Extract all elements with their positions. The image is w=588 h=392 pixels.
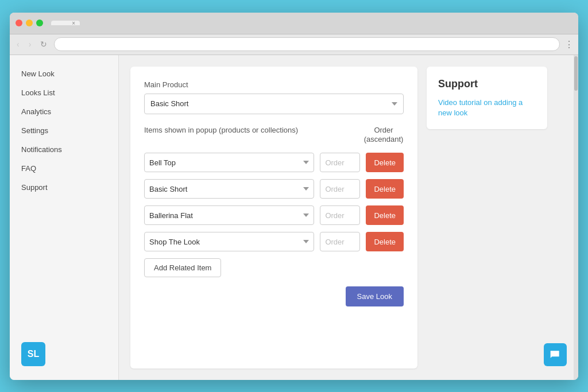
scroll-thumb bbox=[574, 56, 578, 91]
tab-close-button[interactable]: × bbox=[72, 20, 75, 26]
refresh-button[interactable]: ↻ bbox=[38, 38, 49, 50]
forward-button[interactable]: › bbox=[26, 38, 34, 50]
back-button[interactable]: ‹ bbox=[14, 38, 22, 50]
item-select-2[interactable]: Bell Top Basic Short Ballerina Flat Shop… bbox=[144, 179, 314, 199]
order-input-3[interactable] bbox=[320, 205, 360, 225]
traffic-light-green[interactable] bbox=[36, 20, 43, 26]
order-column-label: Order (ascendant) bbox=[363, 126, 404, 145]
order-input-2[interactable] bbox=[320, 179, 360, 199]
browser-body-wrapper: New Look Looks List Analytics Settings N… bbox=[10, 55, 578, 380]
item-row: Bell Top Basic Short Ballerina Flat Shop… bbox=[144, 179, 404, 199]
scroll-track[interactable] bbox=[574, 55, 578, 380]
add-related-item-button[interactable]: Add Related Item bbox=[144, 258, 221, 277]
item-row: Bell Top Basic Short Ballerina Flat Shop… bbox=[144, 232, 404, 251]
chat-icon bbox=[550, 349, 561, 360]
tab-area: × bbox=[51, 21, 572, 25]
delete-button-2[interactable]: Delete bbox=[366, 179, 404, 199]
main-content: Main Product Basic Short Bell Top Baller… bbox=[119, 55, 574, 380]
save-row: Save Look bbox=[144, 286, 404, 306]
delete-button-3[interactable]: Delete bbox=[366, 205, 404, 225]
traffic-light-red[interactable] bbox=[16, 20, 22, 26]
sidebar-item-notifications[interactable]: Notifications bbox=[10, 140, 118, 159]
item-row: Bell Top Basic Short Ballerina Flat Shop… bbox=[144, 205, 404, 225]
support-panel: Support Video tutorial on adding a new l… bbox=[427, 67, 547, 129]
browser-window: × ‹ › ↻ ⋮ New Look Looks List Analytics … bbox=[10, 13, 578, 380]
order-input-1[interactable] bbox=[320, 153, 360, 172]
item-row: Bell Top Basic Short Ballerina Flat Shop… bbox=[144, 153, 404, 172]
sidebar-item-analytics[interactable]: Analytics bbox=[10, 102, 118, 121]
address-input[interactable] bbox=[54, 37, 560, 51]
sidebar-item-looks-list[interactable]: Looks List bbox=[10, 83, 118, 102]
sidebar-item-support[interactable]: Support bbox=[10, 178, 118, 197]
support-title: Support bbox=[438, 78, 536, 90]
sidebar-item-faq[interactable]: FAQ bbox=[10, 159, 118, 178]
save-look-button[interactable]: Save Look bbox=[346, 286, 404, 306]
menu-dots-icon[interactable]: ⋮ bbox=[564, 39, 574, 50]
order-input-4[interactable] bbox=[320, 232, 360, 251]
delete-button-1[interactable]: Delete bbox=[366, 153, 404, 172]
browser-body: New Look Looks List Analytics Settings N… bbox=[10, 55, 578, 380]
main-product-label: Main Product bbox=[144, 80, 404, 89]
chat-fab-button[interactable] bbox=[544, 343, 567, 366]
content-panel: Main Product Basic Short Bell Top Baller… bbox=[130, 67, 417, 368]
item-select-4[interactable]: Bell Top Basic Short Ballerina Flat Shop… bbox=[144, 232, 314, 251]
browser-addressbar: ‹ › ↻ ⋮ bbox=[10, 34, 578, 55]
browser-titlebar: × bbox=[10, 13, 578, 34]
sidebar-logo[interactable]: SL bbox=[21, 342, 45, 366]
sidebar-item-settings[interactable]: Settings bbox=[10, 121, 118, 140]
traffic-light-yellow[interactable] bbox=[26, 20, 33, 26]
sidebar: New Look Looks List Analytics Settings N… bbox=[10, 55, 119, 380]
item-select-3[interactable]: Bell Top Basic Short Ballerina Flat Shop… bbox=[144, 205, 314, 225]
sidebar-nav: New Look Looks List Analytics Settings N… bbox=[10, 64, 118, 333]
delete-button-4[interactable]: Delete bbox=[366, 232, 404, 251]
items-shown-label: Items shown in popup (products or collec… bbox=[144, 126, 354, 134]
main-product-select[interactable]: Basic Short Bell Top Ballerina Flat Shop… bbox=[144, 94, 404, 114]
items-header: Items shown in popup (products or collec… bbox=[144, 126, 404, 145]
item-select-1[interactable]: Bell Top Basic Short Ballerina Flat Shop… bbox=[144, 153, 314, 172]
support-video-link[interactable]: Video tutorial on adding a new look bbox=[438, 98, 523, 117]
browser-tab[interactable]: × bbox=[51, 21, 80, 25]
sidebar-item-new-look[interactable]: New Look bbox=[10, 64, 118, 83]
